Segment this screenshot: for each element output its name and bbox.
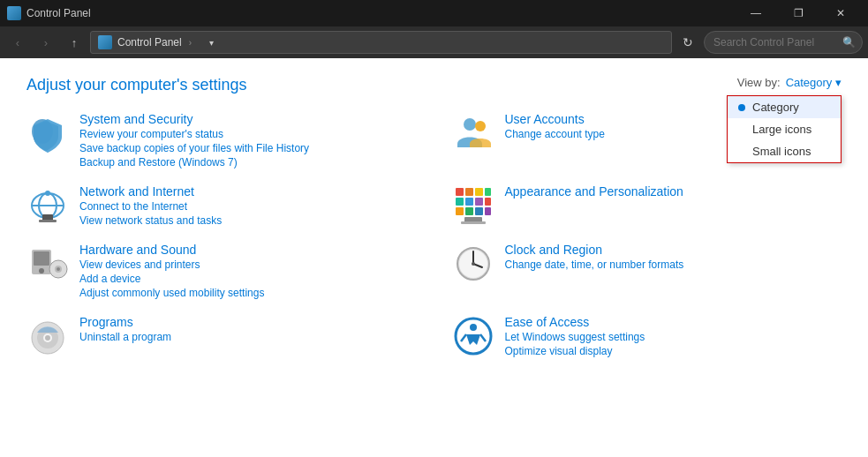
user-accounts-title[interactable]: User Accounts xyxy=(505,112,605,126)
svg-rect-24 xyxy=(34,251,49,266)
svg-rect-18 xyxy=(465,207,473,215)
svg-rect-20 xyxy=(485,207,491,215)
system-security-link-1[interactable]: Review your computer's status xyxy=(79,128,309,140)
svg-rect-14 xyxy=(465,198,473,206)
titlebar: Control Panel — ❐ ✕ xyxy=(0,0,868,26)
ease-of-access-title[interactable]: Ease of Access xyxy=(505,315,645,329)
network-internet-title[interactable]: Network and Internet xyxy=(79,184,222,199)
svg-rect-13 xyxy=(456,198,464,206)
svg-point-28 xyxy=(57,267,60,271)
clock-region-title[interactable]: Clock and Region xyxy=(505,243,684,257)
titlebar-left: Control Panel xyxy=(7,6,91,20)
clock-region-content: Clock and Region Change date, time, or n… xyxy=(505,243,684,271)
svg-rect-16 xyxy=(485,198,491,206)
appearance-title[interactable]: Appearance and Personalization xyxy=(505,184,683,199)
system-security-content: System and Security Review your computer… xyxy=(79,112,309,169)
main-content: Adjust your computer's settings View by:… xyxy=(0,58,868,457)
hardware-sound-content: Hardware and Sound View devices and prin… xyxy=(79,243,264,299)
appearance-content: Appearance and Personalization xyxy=(505,184,683,199)
minimize-button[interactable]: — xyxy=(736,0,776,26)
view-by-container: View by: Category ▾ Category Large icons… xyxy=(737,76,842,89)
dropdown-label-category: Category xyxy=(752,101,799,114)
svg-line-41 xyxy=(480,334,486,341)
svg-rect-22 xyxy=(461,221,486,224)
dropdown-item-small-icons[interactable]: Small icons xyxy=(728,140,841,162)
svg-rect-11 xyxy=(475,188,483,196)
svg-rect-15 xyxy=(475,198,483,206)
svg-rect-10 xyxy=(465,188,473,196)
search-box: 🔍 xyxy=(704,31,863,54)
category-system-security: System and Security Review your computer… xyxy=(26,112,417,169)
system-security-icon xyxy=(26,112,69,154)
hardware-sound-title[interactable]: Hardware and Sound xyxy=(79,243,264,257)
dropdown-label-large-icons: Large icons xyxy=(752,123,811,136)
network-internet-icon xyxy=(26,184,69,227)
address-path: Control Panel xyxy=(117,36,182,49)
forward-button[interactable]: › xyxy=(34,30,58,55)
address-dropdown-button[interactable]: ▾ xyxy=(199,31,223,54)
svg-point-8 xyxy=(45,191,50,196)
dropdown-label-small-icons: Small icons xyxy=(752,145,811,158)
programs-icon xyxy=(26,315,69,357)
radio-selected-dot xyxy=(738,104,745,111)
hardware-sound-link-2[interactable]: Add a device xyxy=(79,273,264,285)
svg-point-1 xyxy=(464,118,476,131)
system-security-link-2[interactable]: Save backup copies of your files with Fi… xyxy=(79,142,309,154)
view-by-label: View by: xyxy=(737,76,781,89)
svg-point-37 xyxy=(45,335,50,341)
system-security-title[interactable]: System and Security xyxy=(79,112,309,126)
network-internet-content: Network and Internet Connect to the Inte… xyxy=(79,184,222,227)
radio-empty-dot xyxy=(738,126,745,133)
svg-rect-19 xyxy=(475,207,483,215)
hardware-sound-icon xyxy=(26,243,69,285)
network-internet-link-2[interactable]: View network status and tasks xyxy=(79,214,222,227)
svg-point-2 xyxy=(475,121,486,131)
category-programs: Programs Uninstall a program xyxy=(26,315,417,357)
view-by-dropdown: Category Large icons Small icons xyxy=(727,95,842,163)
user-accounts-content: User Accounts Change account type xyxy=(505,112,605,140)
ease-of-access-link-2[interactable]: Optimize visual display xyxy=(505,345,645,357)
back-button[interactable]: ‹ xyxy=(5,30,30,55)
search-icon: 🔍 xyxy=(842,36,856,49)
view-by-button[interactable]: Category ▾ xyxy=(786,76,842,89)
address-bar: Control Panel › ▾ xyxy=(90,31,672,54)
dropdown-item-category[interactable]: Category xyxy=(728,96,841,118)
navbar: ‹ › ↑ Control Panel › ▾ ↻ 🔍 xyxy=(0,26,868,58)
ease-of-access-content: Ease of Access Let Windows suggest setti… xyxy=(505,315,645,357)
hardware-sound-link-3[interactable]: Adjust commonly used mobility settings xyxy=(79,287,264,299)
category-clock-region: Clock and Region Change date, time, or n… xyxy=(452,243,842,299)
dropdown-item-large-icons[interactable]: Large icons xyxy=(728,118,841,140)
system-security-link-3[interactable]: Backup and Restore (Windows 7) xyxy=(79,156,309,169)
search-input[interactable] xyxy=(713,36,837,49)
categories-grid: System and Security Review your computer… xyxy=(26,112,842,364)
programs-content: Programs Uninstall a program xyxy=(79,315,171,343)
svg-rect-12 xyxy=(485,188,491,196)
appearance-icon xyxy=(452,184,494,227)
programs-link-1[interactable]: Uninstall a program xyxy=(79,331,171,343)
svg-point-25 xyxy=(39,268,44,273)
user-accounts-link-1[interactable]: Change account type xyxy=(505,128,605,140)
category-ease-of-access: Ease of Access Let Windows suggest setti… xyxy=(452,315,842,357)
page-title: Adjust your computer's settings xyxy=(26,76,842,94)
category-network-internet: Network and Internet Connect to the Inte… xyxy=(26,184,417,227)
svg-point-39 xyxy=(470,324,477,331)
address-arrow: › xyxy=(189,38,192,48)
hardware-sound-link-1[interactable]: View devices and printers xyxy=(79,258,264,271)
svg-rect-9 xyxy=(456,188,464,196)
ease-of-access-icon xyxy=(452,315,494,357)
ease-of-access-link-1[interactable]: Let Windows suggest settings xyxy=(505,331,645,343)
refresh-button[interactable]: ↻ xyxy=(676,30,700,55)
up-button[interactable]: ↑ xyxy=(62,30,87,55)
close-button[interactable]: ✕ xyxy=(820,0,861,26)
programs-title[interactable]: Programs xyxy=(79,315,171,329)
app-icon xyxy=(7,6,21,20)
maximize-button[interactable]: ❐ xyxy=(778,0,819,26)
svg-rect-7 xyxy=(39,220,57,222)
clock-region-link-1[interactable]: Change date, time, or number formats xyxy=(505,258,684,271)
user-accounts-icon xyxy=(452,112,494,154)
clock-region-icon xyxy=(452,243,494,285)
svg-point-33 xyxy=(472,262,475,266)
svg-line-40 xyxy=(461,334,466,341)
network-internet-link-1[interactable]: Connect to the Internet xyxy=(79,200,222,213)
titlebar-controls: — ❐ ✕ xyxy=(736,0,861,26)
